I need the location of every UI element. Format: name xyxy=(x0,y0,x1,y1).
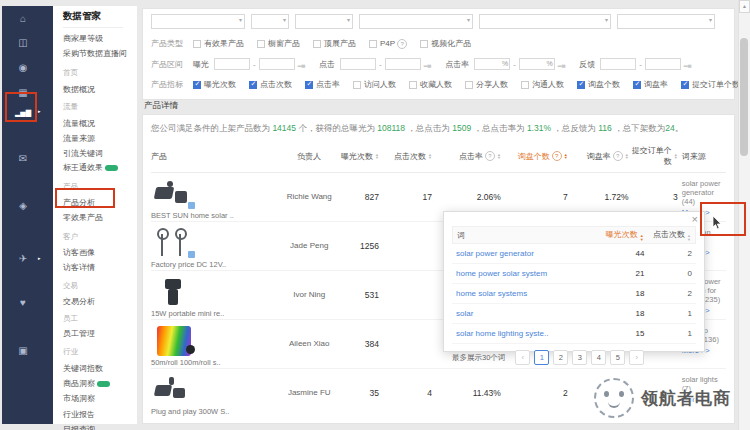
keyword-link[interactable]: home power solar system xyxy=(456,269,587,278)
message-icon[interactable]: ✉ xyxy=(12,152,34,166)
type-top-display[interactable]: 顶展产品 xyxy=(313,38,356,49)
col-exposure[interactable]: 曝光次数▲▼ xyxy=(341,151,379,162)
product-image[interactable] xyxy=(153,228,197,258)
page-button-2[interactable]: 2 xyxy=(553,350,568,365)
checkbox-checked-icon[interactable] xyxy=(305,81,313,89)
metric-inquiry-rate[interactable]: 询盘率 xyxy=(633,79,668,90)
sidebar-item-product-insight[interactable]: 商品洞察 xyxy=(63,378,110,389)
sidebar-item-product-analysis[interactable]: 产品分析 xyxy=(63,197,95,208)
metric-favorites[interactable]: 收藏人数 xyxy=(409,79,452,90)
product-title[interactable]: 50m/roll 100m/roll s.. xyxy=(151,358,285,367)
scrollbar-thumb[interactable] xyxy=(740,38,748,156)
checkbox-icon[interactable] xyxy=(313,40,321,48)
sidebar-item-live-room[interactable]: 采购节数据直播间 xyxy=(63,48,127,59)
keyword-link[interactable]: solar xyxy=(456,309,587,318)
prev-page-button[interactable]: ‹ xyxy=(515,350,530,365)
keyword-row[interactable]: home power solar system210 xyxy=(452,264,696,284)
keyword-input[interactable] xyxy=(617,14,715,29)
sidebar-item-staff-mgmt[interactable]: 员工管理 xyxy=(63,328,95,339)
feedback-max-input[interactable] xyxy=(645,58,681,70)
product-title[interactable]: Factory price DC 12V.. xyxy=(151,260,285,269)
product-image[interactable] xyxy=(153,375,197,405)
profile-icon[interactable]: ◉ xyxy=(12,61,34,75)
type-p4p[interactable]: P4P? xyxy=(369,39,407,49)
keyword-row[interactable]: solar power generator442 xyxy=(452,244,696,264)
home-icon[interactable]: ⌂ xyxy=(12,12,34,26)
metric-clicks[interactable]: 点击次数 xyxy=(249,79,292,90)
scrollbar[interactable]: ▲ xyxy=(738,0,750,430)
feedback-min-input[interactable] xyxy=(600,58,636,70)
sidebar-item-traffic-overview[interactable]: 流量概况 xyxy=(63,118,95,129)
category-select[interactable] xyxy=(295,14,353,29)
exposure-min-input[interactable] xyxy=(214,58,250,70)
page-button-3[interactable]: 3 xyxy=(572,350,587,365)
col-word-clicks[interactable]: 点击次数▲▼ xyxy=(644,229,691,241)
checkbox-checked-icon[interactable] xyxy=(633,81,641,89)
type-showcase[interactable]: 橱窗产品 xyxy=(257,38,300,49)
checkbox-icon[interactable] xyxy=(257,40,265,48)
metric-exposure[interactable]: 曝光次数 xyxy=(193,79,236,90)
col-word-exposure[interactable]: 曝光次数▲▼ xyxy=(587,229,644,241)
sidebar-item-trade-analysis[interactable]: 交易分析 xyxy=(63,296,95,307)
checkbox-icon[interactable] xyxy=(521,81,529,89)
clicks-max-input[interactable] xyxy=(385,58,421,70)
checkbox-icon[interactable] xyxy=(353,81,361,89)
metric-ctr[interactable]: 点击率 xyxy=(305,79,340,90)
page-button-5[interactable]: 5 xyxy=(610,350,625,365)
col-inquiry-rate[interactable]: 询盘率?▲▼ xyxy=(587,151,629,162)
metric-orders[interactable]: 提交订单个数 xyxy=(681,79,740,90)
col-orders[interactable]: 提交订单个数▲▼ xyxy=(629,145,678,167)
col-inquiries[interactable]: 询盘个数?▲▼ xyxy=(518,151,568,162)
checkbox-checked-icon[interactable] xyxy=(193,81,201,89)
sidebar-item-visitor-profile[interactable]: 访客画像 xyxy=(63,247,95,258)
sidebar-item-zero-effect[interactable]: 零效果产品 xyxy=(63,212,103,223)
keyword-row[interactable]: solar home lighting syste..151 xyxy=(452,324,696,344)
send-icon[interactable]: ✈ xyxy=(12,252,34,266)
checkbox-icon[interactable] xyxy=(409,81,417,89)
checkbox-icon[interactable] xyxy=(369,40,377,48)
checkbox-checked-icon[interactable] xyxy=(577,81,585,89)
sidebar-item-visitor-detail[interactable]: 访客详情 xyxy=(63,262,95,273)
col-clicks[interactable]: 点击次数▲▼ xyxy=(394,151,432,162)
sidebar-item-industry-report[interactable]: 行业报告 xyxy=(63,409,95,420)
info-icon[interactable]: ? xyxy=(397,39,407,49)
info-icon[interactable]: ? xyxy=(552,151,562,161)
clicks-min-input[interactable] xyxy=(340,58,376,70)
sort-icon[interactable]: ▲▼ xyxy=(687,234,691,241)
product-title[interactable]: BEST SUN home solar .. xyxy=(151,211,285,220)
keyword-link[interactable]: home solar systems xyxy=(456,289,587,298)
sidebar-item-traffic-source[interactable]: 流量来源 xyxy=(63,133,95,144)
next-page-button[interactable]: › xyxy=(629,350,644,365)
sidebar-item-promo-effect[interactable]: 标王通效果 xyxy=(63,162,118,173)
keyword-link[interactable]: solar home lighting syste.. xyxy=(456,329,587,338)
product-image[interactable] xyxy=(153,326,197,356)
product-icon[interactable]: ◈ xyxy=(12,199,34,213)
keyword-row[interactable]: home solar systems182 xyxy=(452,284,696,304)
checkbox-icon[interactable] xyxy=(193,40,201,48)
date-range-select[interactable] xyxy=(151,14,245,29)
info-icon[interactable]: ? xyxy=(613,151,623,161)
sidebar-item-market-insight[interactable]: 市场洞察 xyxy=(63,393,95,404)
scroll-up-arrow[interactable]: ▲ xyxy=(739,0,750,13)
exposure-max-input[interactable] xyxy=(259,58,295,70)
checkbox-checked-icon[interactable] xyxy=(249,81,257,89)
metric-inquiries[interactable]: 询盘个数 xyxy=(577,79,620,90)
product-search-input[interactable] xyxy=(359,14,473,29)
type-effective[interactable]: 有效果产品 xyxy=(193,38,244,49)
metric-shares[interactable]: 分享人数 xyxy=(465,79,508,90)
col-ctr[interactable]: 点击率?▲▼ xyxy=(459,151,501,162)
product-image[interactable] xyxy=(153,277,197,307)
metric-visitors[interactable]: 访问人数 xyxy=(353,79,396,90)
keyword-row[interactable]: solar181 xyxy=(452,304,696,324)
sidebar-item-keyword-index[interactable]: 关键词指数 xyxy=(63,363,103,374)
group-select[interactable] xyxy=(251,14,289,29)
metric-contacts[interactable]: 沟通人数 xyxy=(521,79,564,90)
keyword-link[interactable]: solar power generator xyxy=(456,249,587,258)
checkbox-icon[interactable] xyxy=(420,40,428,48)
store-icon[interactable]: ◫ xyxy=(12,36,34,50)
sidebar-item-keywords[interactable]: 引流关键词 xyxy=(63,148,103,159)
info-icon[interactable]: ? xyxy=(485,151,495,161)
sidebar-item-star-level[interactable]: 商家星等级 xyxy=(63,33,103,44)
sidebar-item-daily-report[interactable]: 日报查询 xyxy=(63,424,95,430)
sidebar-item-data-overview[interactable]: 数据概况 xyxy=(63,84,95,95)
